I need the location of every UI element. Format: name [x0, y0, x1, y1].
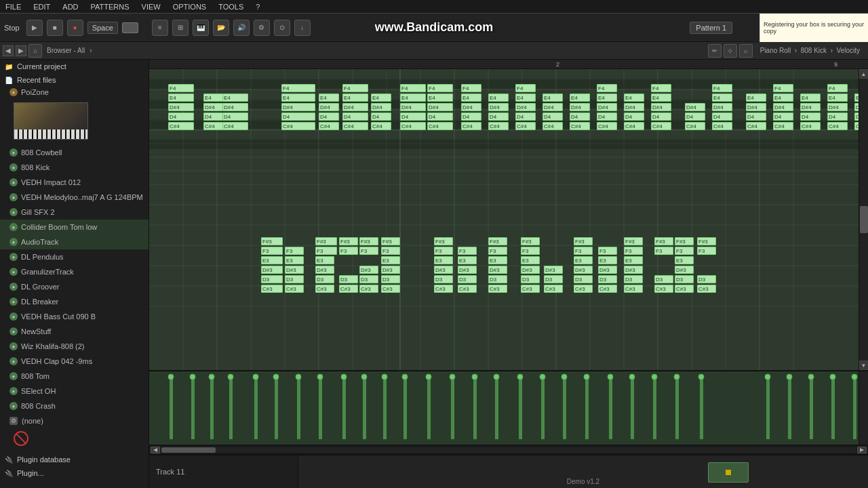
note[interactable]: E4	[222, 94, 248, 102]
note[interactable]: F4	[281, 84, 315, 92]
note[interactable]: E4	[427, 94, 453, 102]
sidebar-item-808kick[interactable]: ● 808 Kick	[0, 160, 149, 175]
note[interactable]: D3	[488, 275, 507, 283]
sidebar-item-vedh-melody[interactable]: ● VEDH Melodyloo..maj7 A G 124BPM	[0, 190, 149, 205]
note[interactable]: C#3	[697, 285, 716, 293]
note[interactable]: D#3	[675, 266, 694, 274]
note[interactable]: D#3	[359, 266, 378, 274]
note[interactable]: F3	[624, 247, 643, 255]
scroll-right-arrow[interactable]: ▶	[857, 447, 867, 453]
note[interactable]: D4	[712, 113, 732, 121]
note[interactable]: F3	[261, 247, 283, 255]
note[interactable]: D4	[400, 113, 426, 121]
note[interactable]: D#3	[381, 266, 400, 274]
note[interactable]: C#3	[359, 285, 378, 293]
note[interactable]: D4	[651, 113, 671, 121]
note[interactable]: F4	[651, 84, 671, 92]
note[interactable]: D#4	[712, 103, 732, 111]
note[interactable]: C#4	[712, 122, 732, 130]
note[interactable]: D3	[339, 275, 358, 283]
note[interactable]: E4	[371, 94, 391, 102]
note[interactable]: C#4	[488, 122, 509, 130]
note[interactable]: D#4	[515, 103, 536, 111]
note[interactable]: E4	[854, 94, 859, 102]
note[interactable]: F#3	[521, 237, 540, 245]
note[interactable]: D3	[381, 275, 400, 283]
note[interactable]: D#3	[261, 266, 283, 274]
note[interactable]: E4	[800, 94, 821, 102]
sidebar-item-granulizer[interactable]: ● GranulizerTrack	[0, 264, 149, 279]
note[interactable]: D#4	[746, 103, 766, 111]
note[interactable]: E3	[598, 256, 617, 264]
note[interactable]: F4	[773, 84, 793, 92]
pr-vertical-scrollbar[interactable]: ▲ ▼	[859, 69, 868, 370]
mixer-icon[interactable]: ≡	[152, 20, 168, 36]
note[interactable]: D#4	[570, 103, 590, 111]
note[interactable]: E4	[773, 94, 793, 102]
note[interactable]: E3	[285, 256, 304, 264]
note[interactable]: C#4	[342, 122, 368, 130]
note[interactable]: F#3	[654, 237, 673, 245]
note[interactable]: D3	[434, 275, 453, 283]
note[interactable]: D#3	[544, 266, 563, 274]
note[interactable]: C#4	[685, 122, 705, 130]
note[interactable]: D#4	[342, 103, 368, 111]
note[interactable]: F4	[827, 84, 848, 92]
sidebar-item-poizone[interactable]: ● PoiZone	[0, 87, 149, 145]
sidebar-item-dl-breaker[interactable]: ● DL Breaker	[0, 294, 149, 309]
note[interactable]: E4	[542, 94, 563, 102]
scroll-up-arrow[interactable]: ▲	[859, 69, 869, 79]
note[interactable]: C#4	[827, 122, 848, 130]
sidebar-item-gill-sfx[interactable]: ● Gill SFX 2	[0, 205, 149, 220]
note[interactable]: F#3	[624, 237, 643, 245]
note[interactable]: F3	[675, 247, 694, 255]
note[interactable]: C#4	[773, 122, 793, 130]
note[interactable]: D#4	[854, 103, 859, 111]
note[interactable]: E4	[827, 94, 848, 102]
note[interactable]: C#3	[488, 285, 507, 293]
note[interactable]: D4	[685, 113, 705, 121]
note[interactable]: F3	[359, 247, 378, 255]
note[interactable]: F4	[515, 84, 536, 92]
stop-button[interactable]: ■	[47, 20, 63, 36]
note[interactable]: D#4	[400, 103, 426, 111]
note[interactable]: D4	[570, 113, 590, 121]
note[interactable]: D3	[544, 275, 563, 283]
note[interactable]: F3	[654, 247, 673, 255]
note[interactable]: C#4	[800, 122, 821, 130]
note[interactable]: C#4	[597, 122, 617, 130]
sidebar-recent-files[interactable]: 📄 Recent files	[0, 73, 149, 87]
note[interactable]: D3	[574, 275, 593, 283]
note[interactable]: D4	[854, 113, 859, 121]
horizontal-scrollbar-track[interactable]	[161, 447, 856, 453]
sidebar-item-808tom[interactable]: ● 808 Tom	[0, 369, 149, 384]
note[interactable]: F#3	[315, 237, 337, 245]
sidebar-item-808crash[interactable]: ● 808 Crash	[0, 399, 149, 413]
menu-file[interactable]: FILE	[3, 3, 24, 11]
zoom-tool[interactable]: ⌕	[739, 44, 753, 58]
sidebar-item-none[interactable]: ⚙ (none)	[0, 413, 149, 428]
note[interactable]: E4	[651, 94, 671, 102]
sidebar-item-dl-groover[interactable]: ● DL Groover	[0, 279, 149, 294]
note[interactable]: E4	[168, 94, 194, 102]
note[interactable]: C#4	[746, 122, 766, 130]
note[interactable]: C#4	[168, 122, 194, 130]
note[interactable]: D4	[342, 113, 368, 121]
note[interactable]: D4	[319, 113, 339, 121]
note[interactable]: C#3	[574, 285, 593, 293]
note[interactable]: D#4	[651, 103, 671, 111]
note[interactable]: D3	[521, 275, 540, 283]
note[interactable]: D#4	[427, 103, 453, 111]
note[interactable]: D#3	[458, 266, 477, 274]
note[interactable]: D#4	[488, 103, 509, 111]
note[interactable]: C#3	[339, 285, 358, 293]
note[interactable]: F#3	[434, 237, 453, 245]
note[interactable]: D#3	[624, 266, 643, 274]
note[interactable]: F#3	[697, 237, 716, 245]
sidebar-item-vedh-impact[interactable]: ● VEDH Impact 012	[0, 175, 149, 190]
note[interactable]: D#3	[598, 266, 617, 274]
note[interactable]: E3	[434, 256, 453, 264]
note[interactable]: D4	[427, 113, 453, 121]
note[interactable]: D4	[746, 113, 766, 121]
note[interactable]: F4	[712, 84, 732, 92]
